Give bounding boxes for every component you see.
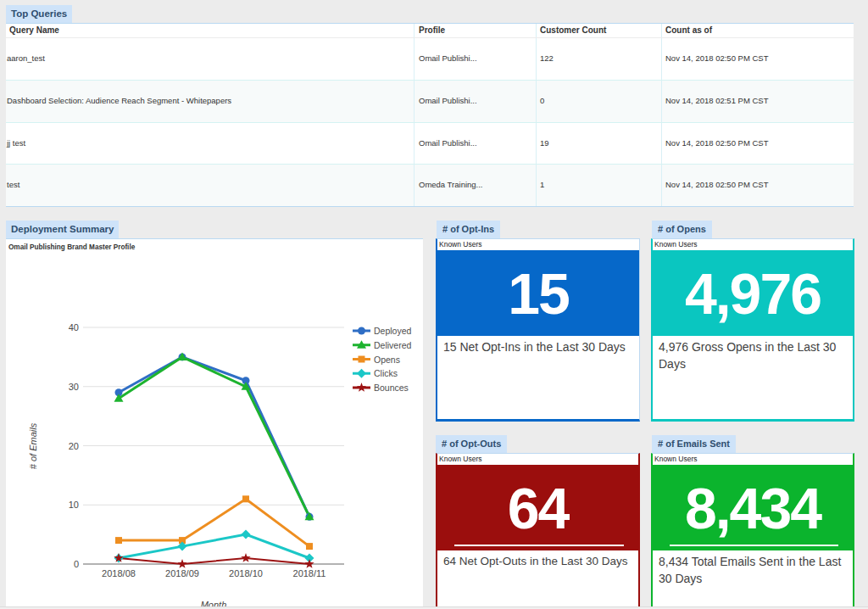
svg-text:10: 10 [69, 500, 79, 510]
svg-text:Omail Publishing Brand Master: Omail Publishing Brand Master Profile [8, 243, 136, 251]
svg-text:Deployed: Deployed [374, 326, 412, 336]
svg-text:0: 0 [74, 559, 79, 569]
svg-text:Opens: Opens [374, 355, 400, 365]
svg-text:2018/10: 2018/10 [229, 568, 263, 578]
svg-text:Delivered: Delivered [374, 340, 412, 350]
svg-text:20: 20 [69, 441, 79, 451]
svg-text:2018/09: 2018/09 [165, 568, 199, 578]
svg-text:Clicks: Clicks [374, 368, 398, 378]
svg-text:Bounces: Bounces [374, 383, 409, 393]
svg-text:30: 30 [69, 382, 79, 392]
svg-text:2018/08: 2018/08 [102, 568, 136, 578]
svg-text:2018/11: 2018/11 [293, 568, 326, 578]
svg-text:40: 40 [69, 322, 79, 332]
svg-text:# of Emails: # of Emails [28, 422, 38, 469]
